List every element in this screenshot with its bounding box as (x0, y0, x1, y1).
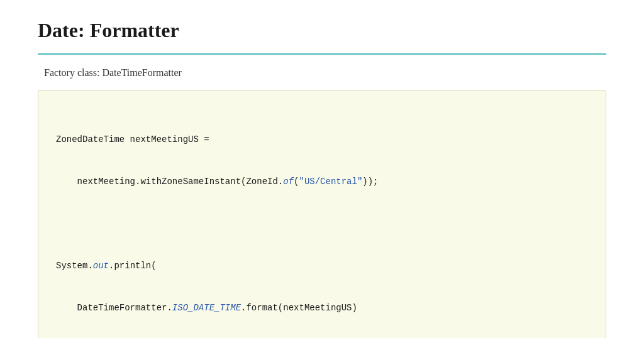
code-text: DateTimeFormatter. (56, 303, 172, 313)
code-italic-iso: ISO_DATE_TIME (172, 303, 241, 313)
section-divider (38, 53, 606, 55)
code-string: "US/Central" (299, 177, 362, 187)
code-text: System. (56, 261, 93, 271)
code-block: ZonedDateTime nextMeetingUS = nextMeetin… (38, 90, 606, 338)
code-text: )); (362, 177, 378, 187)
code-italic: out (93, 261, 109, 271)
code-line-4: DateTimeFormatter.ISO_DATE_TIME.format(n… (56, 301, 588, 315)
code-text: nextMeeting.withZoneSameInstant(ZoneId. (56, 177, 283, 187)
code-line-2: nextMeeting.withZoneSameInstant(ZoneId.o… (56, 175, 588, 188)
page-title: Date: Formatter (38, 19, 606, 42)
code-line-1: ZonedDateTime nextMeetingUS = (56, 133, 588, 146)
code-empty-line (56, 217, 588, 231)
code-text: .format(nextMeetingUS) (241, 303, 357, 313)
code-line-3: System.out.println( (56, 259, 588, 273)
factory-class-label: Factory class: DateTimeFormatter (38, 67, 606, 79)
code-text: .println( (109, 261, 157, 271)
code-text: ZonedDateTime nextMeetingUS = (56, 134, 209, 144)
code-italic: of (283, 177, 294, 187)
